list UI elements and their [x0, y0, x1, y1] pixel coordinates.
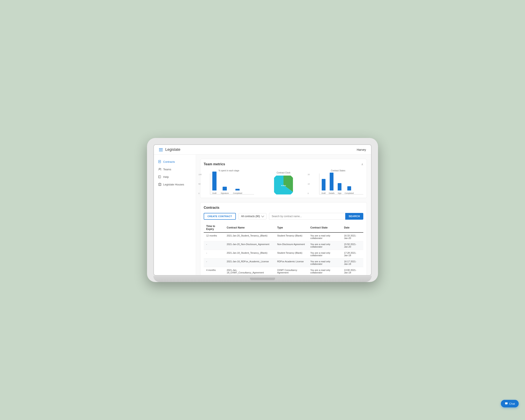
- chevron-down-icon: [261, 215, 264, 217]
- states-bar-sign: Sign: [338, 183, 341, 194]
- cell-name: 2021-Jan-20_Non-Disclosure_Agreement: [224, 241, 275, 250]
- main-content: Team metrics ∧ % spent in each stage 100: [196, 155, 371, 275]
- col-name: Contract Name: [224, 223, 275, 233]
- sidebar-item-help-label: Help: [163, 175, 169, 178]
- cell-date: 13:00 2021-Jan-18: [341, 267, 363, 275]
- user-name: Harvey: [357, 148, 366, 151]
- cell-state: You are a read only collaborator: [308, 241, 341, 250]
- search-container: SEARCH: [269, 213, 363, 220]
- cell-name: 2021-Jan-18_RDFox_Academic_License: [224, 259, 275, 267]
- cell-type: Student Tenancy (Blank): [275, 233, 308, 241]
- cell-type: Non-Disclosure Agreement: [275, 241, 308, 250]
- cell-name: 2021-Jan-18_Student_Tenancy_(Blank): [224, 250, 275, 259]
- bar-completed-fill: [235, 189, 240, 190]
- contract-states-chart: Contract States 20 10 0: [313, 169, 363, 195]
- cell-type: OXMT Consultancy Agreement: [275, 267, 308, 275]
- states-bar-draft: Draft: [321, 179, 326, 194]
- table-row[interactable]: 12 months 2021-Jan-20_Student_Tenancy_(B…: [204, 233, 363, 241]
- states-chart-label: Contract States: [313, 169, 363, 172]
- svg-point-4: [159, 168, 160, 169]
- collapse-metrics-button[interactable]: ∧: [361, 163, 363, 166]
- cell-type: RDFox Academic License: [275, 259, 308, 267]
- create-contract-button[interactable]: CREATE CONTRACT: [204, 213, 236, 220]
- bar-completed: Completed: [233, 189, 242, 194]
- states-bars: Draft Details Sign: [319, 173, 363, 195]
- sidebar-item-legislate-houses-label: Legislate Houses: [163, 183, 184, 186]
- chat-button-label: Chat: [509, 402, 515, 405]
- table-row[interactable]: - 2021-Jan-18_RDFox_Academic_License RDF…: [204, 259, 363, 267]
- contracts-section: Contracts CREATE CONTRACT All contracts …: [200, 202, 367, 275]
- cell-state: You are a read only collaborator: [308, 259, 341, 267]
- contracts-toolbar: CREATE CONTRACT All contracts (90) SEARC…: [204, 213, 363, 220]
- cell-name: 2021-Jan-20_Student_Tenancy_(Blank): [224, 233, 275, 241]
- contract-clock-chart: Contract Clock Active: [258, 172, 309, 195]
- svg-point-5: [160, 168, 161, 169]
- metrics-title: Team metrics: [204, 162, 225, 166]
- table-header-row: Time to Expiry Contract Name Type Contra…: [204, 223, 363, 233]
- cell-expiry: -: [204, 250, 224, 259]
- col-type: Type: [275, 223, 308, 233]
- cell-expiry: -: [204, 259, 224, 267]
- menu-button[interactable]: [159, 148, 163, 151]
- contracts-filter-dropdown[interactable]: All contracts (90): [238, 213, 266, 219]
- search-input[interactable]: [269, 213, 346, 220]
- svg-rect-6: [159, 176, 161, 178]
- cell-date: 16:33 2021-Jan-20: [341, 233, 363, 241]
- stage-y-labels: 100 50 0: [198, 173, 202, 195]
- cell-expiry: 12 months: [204, 233, 224, 241]
- stage-bar-chart: % spent in each stage 100 50 0: [204, 169, 254, 195]
- contracts-table: Time to Expiry Contract Name Type Contra…: [204, 223, 363, 275]
- cell-state: You are a read only collaborator: [308, 233, 341, 241]
- cell-expiry: 4 months: [204, 267, 224, 275]
- contracts-title: Contracts: [204, 206, 219, 210]
- bar-signature-fill: [223, 187, 227, 190]
- building-icon: [158, 183, 161, 186]
- document-icon: [158, 160, 161, 163]
- states-y-labels: 20 10 0: [308, 173, 310, 195]
- bar-draft: Draft: [212, 172, 216, 194]
- chat-button[interactable]: Chat: [501, 400, 519, 407]
- chat-icon: [505, 402, 508, 405]
- bar-signature: Signature: [221, 187, 229, 194]
- app-header: Legislate Harvey: [154, 145, 371, 155]
- book-icon: [158, 175, 161, 178]
- svg-text:Active: Active: [281, 185, 286, 187]
- sidebar-item-teams-label: Teams: [163, 168, 171, 171]
- cell-name: 2021-Jan-18_OXMT_Consultancy_Agreement: [224, 267, 275, 275]
- table-row[interactable]: 4 months 2021-Jan-18_OXMT_Consultancy_Ag…: [204, 267, 363, 275]
- cell-date: 15:50 2021-Jan-20: [341, 241, 363, 250]
- table-row[interactable]: - 2021-Jan-20_Non-Disclosure_Agreement N…: [204, 241, 363, 250]
- sidebar-item-teams[interactable]: Teams: [154, 166, 196, 173]
- sidebar-item-contracts[interactable]: Contracts: [154, 158, 196, 166]
- bar-draft-fill: [212, 172, 216, 190]
- sidebar-item-contracts-label: Contracts: [163, 160, 175, 163]
- stage-chart-label: % spent in each stage: [204, 169, 254, 172]
- cell-date: 17:28 2021-Jan-18: [341, 250, 363, 259]
- filter-label: All contracts (90): [241, 215, 260, 218]
- search-button[interactable]: SEARCH: [345, 213, 363, 220]
- sidebar: Contracts Teams: [154, 155, 196, 275]
- cell-expiry: -: [204, 241, 224, 250]
- people-icon: [158, 168, 161, 171]
- col-state: Contract State: [308, 223, 341, 233]
- metrics-section: Team metrics ∧ % spent in each stage 100: [200, 159, 367, 198]
- col-date: Date: [341, 223, 363, 233]
- app-title: Legislate: [165, 147, 180, 152]
- charts-row: % spent in each stage 100 50 0: [204, 169, 363, 195]
- pie-chart-svg: Active: [274, 176, 293, 195]
- states-bar-completed: Completed: [345, 186, 354, 194]
- sidebar-item-help[interactable]: Help: [154, 173, 196, 181]
- pie-chart-label: Contract Clock: [277, 172, 291, 174]
- table-row[interactable]: - 2021-Jan-18_Student_Tenancy_(Blank) St…: [204, 250, 363, 259]
- col-expiry: Time to Expiry: [204, 223, 224, 233]
- svg-rect-9: [159, 185, 160, 186]
- cell-state: You are a read only collaborator: [308, 250, 341, 259]
- sidebar-item-legislate-houses[interactable]: Legislate Houses: [154, 181, 196, 188]
- cell-date: 16:17 2021-Jan-18: [341, 259, 363, 267]
- cell-state: You are a read only collaborator: [308, 267, 341, 275]
- states-bar-details: Details: [329, 173, 335, 194]
- cell-type: Student Tenancy (Blank): [275, 250, 308, 259]
- stage-bars: Draft Signature Completed: [210, 173, 254, 195]
